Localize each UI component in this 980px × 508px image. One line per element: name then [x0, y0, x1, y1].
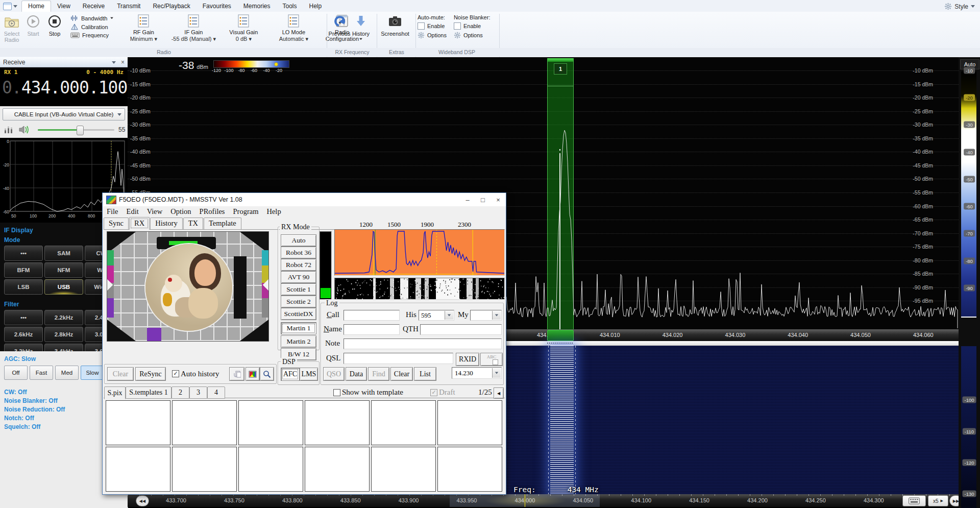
- sstv-mode-avt-90[interactable]: AVT 90: [281, 271, 316, 283]
- style-menu[interactable]: Style: [939, 3, 980, 12]
- filter-button-2-6khz[interactable]: 2.6kHz: [4, 327, 43, 342]
- mmsstv-minimize-button[interactable]: –: [460, 194, 475, 205]
- stop-button[interactable]: Stop: [44, 12, 65, 37]
- ribbon-tab-receive[interactable]: Receive: [77, 1, 111, 12]
- frequency-display[interactable]: RX 1 0 - 4000 Hz 0.434.000.100: [0, 67, 128, 106]
- mmsstv-tab-history[interactable]: History: [150, 217, 183, 229]
- sstv-mode-martin-2[interactable]: Martin 2: [281, 335, 316, 348]
- mode-button-[interactable]: •••: [4, 246, 43, 261]
- list-button[interactable]: List: [414, 367, 436, 381]
- afc-button[interactable]: AFC: [281, 368, 300, 381]
- keyboard-entry-button[interactable]: [902, 495, 926, 506]
- panel-collapse-icon[interactable]: [112, 61, 116, 64]
- ribbon-tab-rec-playback[interactable]: Rec/Playback: [146, 1, 196, 12]
- rx-channel-scale-marker[interactable]: [547, 330, 574, 341]
- mode-button-nfm[interactable]: NFM: [44, 262, 83, 278]
- ribbon-tab-view[interactable]: View: [51, 1, 77, 12]
- sstv-mode-scottiedx[interactable]: ScottieDX: [281, 308, 316, 320]
- noise-blanker-enable-checkbox[interactable]: [454, 22, 461, 30]
- stock-prev-button[interactable]: ◀: [494, 388, 504, 399]
- select-radio-button[interactable]: Select Radio: [1, 12, 22, 43]
- stock-thumbnail[interactable]: [437, 447, 502, 492]
- ribbon-tab-favourites[interactable]: Favourites: [197, 1, 237, 12]
- mmsstv-menu-option[interactable]: Option: [166, 207, 195, 216]
- stock-tab-3[interactable]: 3: [189, 386, 207, 399]
- sstv-mode-martin-1[interactable]: Martin 1: [281, 322, 316, 334]
- sstv-mode-scottie-1[interactable]: Scottie 1: [281, 283, 316, 296]
- auto-mute-enable[interactable]: Enable: [418, 22, 447, 30]
- stock-thumbnail[interactable]: [371, 400, 436, 445]
- mmsstv-menu-profiles[interactable]: PRofiles: [195, 207, 229, 216]
- screenshot-button[interactable]: Screenshot: [379, 12, 411, 37]
- noise-blanker-options[interactable]: Options: [454, 32, 491, 39]
- stock-thumbnail[interactable]: [106, 447, 170, 492]
- mmsstv-window[interactable]: F5OEO (F5OEO.MDT) - MMSSTV Ver 1.08 – □ …: [102, 192, 506, 495]
- frequency-ghz-digits[interactable]: 0.: [2, 78, 21, 98]
- mmsstv-tab-template[interactable]: Template: [204, 217, 241, 229]
- abc-button[interactable]: ABC: [480, 353, 503, 366]
- mode-button-usb[interactable]: USB: [44, 279, 83, 295]
- bandwidth-button[interactable]: Bandwidth: [70, 15, 114, 21]
- stock-tab-4[interactable]: 4: [207, 386, 225, 399]
- mmsstv-menu-help[interactable]: Help: [262, 207, 285, 216]
- start-button[interactable]: Start: [22, 12, 44, 37]
- agc-button-med[interactable]: Med: [55, 366, 79, 380]
- waterfall-legend[interactable]: Auto -10-20-30-40-50-60-70-80-90-100-110…: [959, 57, 980, 508]
- receive-panel-header[interactable]: Receive ×: [0, 57, 128, 67]
- stock-thumbnail[interactable]: [437, 400, 502, 445]
- sstv-mode-scottie-2[interactable]: Scottie 2: [281, 296, 316, 308]
- visual-gain-button[interactable]: Visual Gain0 dB ▾: [220, 12, 267, 42]
- audio-device-select[interactable]: CABLE Input (VB-Audio Virtual Cable): [3, 108, 125, 120]
- mmsstv-menu-view[interactable]: View: [143, 207, 167, 216]
- auto-mute-enable-checkbox[interactable]: [418, 22, 425, 30]
- name-input[interactable]: [344, 324, 400, 335]
- qsl-input[interactable]: [344, 353, 453, 364]
- frequency-digits[interactable]: 434.000.100: [21, 78, 128, 98]
- speaker-icon[interactable]: [18, 125, 31, 134]
- mmsstv-tab-tx[interactable]: TX: [183, 217, 203, 229]
- mode-button-sam[interactable]: SAM: [44, 246, 83, 261]
- mmsstv-close-button[interactable]: ×: [491, 194, 506, 205]
- magnify-button[interactable]: [260, 367, 274, 381]
- agc-button-slow[interactable]: Slow: [81, 366, 104, 380]
- ribbon-tab-tools[interactable]: Tools: [277, 1, 303, 12]
- clear-image-button[interactable]: Clear: [107, 367, 134, 381]
- mmsstv-maximize-button[interactable]: □: [475, 194, 491, 205]
- calibration-button[interactable]: Calibration: [70, 23, 114, 30]
- stock-thumbnail[interactable]: [172, 447, 237, 492]
- frequency-button[interactable]: Frequency: [70, 32, 114, 38]
- mixer-icon[interactable]: [4, 126, 13, 134]
- ribbon-tab-home[interactable]: Home: [21, 1, 51, 12]
- stock-thumbnail[interactable]: [371, 447, 436, 492]
- quick-access-toolbar[interactable]: [0, 3, 21, 12]
- draft-checkbox[interactable]: ✓: [430, 389, 437, 396]
- copy-image-button[interactable]: [229, 367, 244, 381]
- mode-button-lsb[interactable]: LSB: [4, 279, 43, 295]
- stock-thumbnail[interactable]: [305, 447, 370, 492]
- mmsstv-tab-rx[interactable]: RX: [129, 217, 150, 230]
- clear-log-button[interactable]: Clear: [390, 367, 413, 381]
- my-combo[interactable]: [470, 310, 502, 321]
- pan-left-button[interactable]: ◀◀: [136, 495, 149, 506]
- ribbon-tab-transmit[interactable]: Transmit: [111, 1, 146, 12]
- agc-button-fast[interactable]: Fast: [30, 366, 53, 380]
- agc-button-off[interactable]: Off: [4, 366, 28, 380]
- mmsstv-tab-sync[interactable]: Sync: [104, 217, 129, 229]
- volume-slider[interactable]: [38, 125, 114, 134]
- qth-input[interactable]: [420, 324, 502, 335]
- noise-blanker-enable[interactable]: Enable: [454, 22, 491, 30]
- rf-gain-button[interactable]: RF GainMinimum ▾: [120, 12, 167, 42]
- stock-thumbnail[interactable]: [305, 400, 370, 445]
- ribbon-tab-memories[interactable]: Memories: [237, 1, 277, 12]
- his-combo[interactable]: 595: [419, 310, 454, 321]
- filter-button-2-2khz[interactable]: 2.2kHz: [44, 310, 83, 325]
- rxid-button[interactable]: RXID: [456, 353, 479, 366]
- panel-close-icon[interactable]: ×: [121, 59, 125, 66]
- filter-button-dots[interactable]: •••: [4, 310, 43, 325]
- stock-thumbnail[interactable]: [172, 400, 237, 445]
- qso-button[interactable]: QSO: [323, 367, 345, 381]
- note-input[interactable]: [344, 338, 502, 349]
- mmsstv-title-bar[interactable]: F5OEO (F5OEO.MDT) - MMSSTV Ver 1.08 – □ …: [103, 193, 506, 206]
- resync-button[interactable]: ReSync: [135, 367, 166, 381]
- lms-button[interactable]: LMS: [300, 368, 318, 381]
